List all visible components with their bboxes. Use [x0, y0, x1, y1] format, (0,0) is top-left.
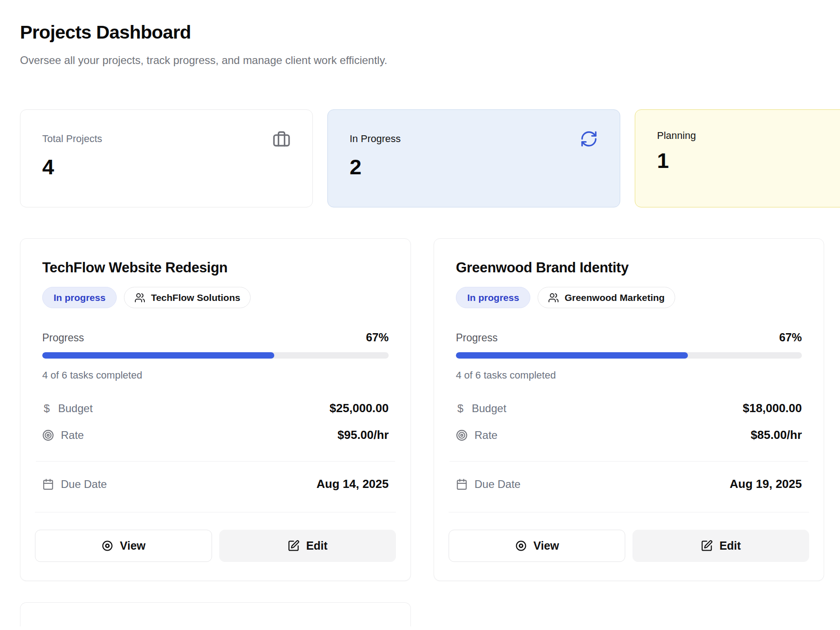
users-icon: [134, 292, 145, 303]
client-name: TechFlow Solutions: [151, 291, 240, 304]
due-date-value: Aug 14, 2025: [316, 477, 389, 491]
progress-percentage: 67%: [366, 331, 389, 344]
project-title: TechFlow Website Redesign: [42, 260, 389, 276]
due-date-label: Due Date: [474, 478, 520, 491]
progress-bar: [42, 352, 389, 359]
page-subtitle: Oversee all your projects, track progres…: [20, 54, 840, 67]
rate-value: $95.00/hr: [337, 428, 389, 442]
budget-value: $25,000.00: [330, 401, 389, 415]
rate-label: Rate: [61, 429, 84, 442]
progress-bar-fill: [42, 352, 274, 359]
edit-button[interactable]: Edit: [219, 530, 396, 562]
briefcase-icon: [272, 130, 291, 148]
dollar-icon: $: [456, 402, 465, 415]
dollar-icon: $: [42, 402, 51, 415]
client-name: Greenwood Marketing: [564, 291, 665, 304]
stat-label: Total Projects: [42, 133, 102, 145]
progress-percentage: 67%: [779, 331, 802, 344]
calendar-icon: [456, 478, 468, 490]
budget-label: Budget: [472, 402, 506, 415]
calendar-icon: [42, 478, 54, 490]
divider: [36, 461, 395, 462]
budget-value: $18,000.00: [743, 401, 802, 415]
project-title: Greenwood Brand Identity: [456, 260, 802, 276]
rate-value: $85.00/hr: [751, 428, 802, 442]
client-badge: TechFlow Solutions: [124, 287, 251, 308]
eye-icon: [515, 540, 527, 552]
budget-label: Budget: [58, 402, 93, 415]
status-badge: In progress: [456, 287, 530, 308]
target-icon: [456, 429, 468, 441]
view-button[interactable]: View: [449, 530, 625, 562]
stat-value: 2: [350, 154, 598, 179]
status-badge: In progress: [42, 287, 117, 308]
progress-bar-fill: [456, 352, 688, 359]
stat-card-in-progress: In Progress 2: [327, 109, 620, 207]
client-badge: Greenwood Marketing: [538, 287, 675, 308]
stat-card-planning: Planning 1: [635, 109, 840, 207]
due-date-value: Aug 19, 2025: [730, 477, 802, 491]
view-button[interactable]: View: [35, 530, 212, 562]
tasks-completed-text: 4 of 6 tasks completed: [456, 369, 802, 381]
stat-label: Planning: [657, 130, 696, 142]
stat-label: In Progress: [350, 133, 401, 145]
tasks-completed-text: 4 of 6 tasks completed: [42, 369, 389, 381]
progress-label: Progress: [42, 332, 84, 344]
users-icon: [548, 292, 559, 303]
stat-card-total-projects: Total Projects 4: [20, 109, 313, 207]
edit-pencil-icon: [287, 540, 300, 552]
rate-label: Rate: [474, 429, 498, 442]
stats-row: Total Projects 4 In Progress 2 Planning: [20, 109, 840, 207]
project-card-greenwood: Greenwood Brand Identity In progress Gre…: [434, 238, 824, 581]
refresh-icon: [580, 130, 598, 148]
progress-label: Progress: [456, 332, 498, 344]
project-card-techflow: TechFlow Website Redesign In progress Te…: [20, 238, 411, 581]
stat-value: 1: [657, 148, 840, 173]
page-title: Projects Dashboard: [20, 22, 840, 43]
divider: [450, 461, 808, 462]
edit-pencil-icon: [701, 540, 713, 552]
edit-button[interactable]: Edit: [632, 530, 809, 562]
due-date-label: Due Date: [61, 478, 107, 491]
target-icon: [42, 429, 54, 441]
eye-icon: [101, 540, 114, 552]
projects-dashboard-page: Projects Dashboard Oversee all your proj…: [0, 0, 840, 626]
progress-bar: [456, 352, 802, 359]
project-card-partial: [20, 602, 411, 626]
stat-value: 4: [42, 154, 291, 179]
projects-grid: TechFlow Website Redesign In progress Te…: [20, 238, 840, 626]
